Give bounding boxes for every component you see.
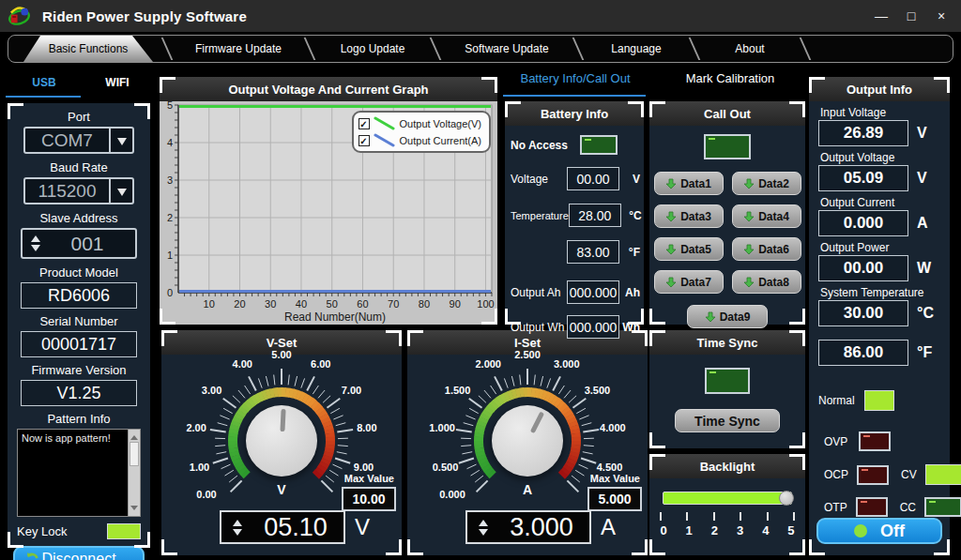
- data1-button[interactable]: Data1: [654, 172, 724, 195]
- step-up-icon[interactable]: [31, 231, 40, 242]
- time-sync-title: Time Sync: [649, 330, 805, 355]
- svg-text:50: 50: [327, 298, 338, 310]
- time-sync-led: [705, 368, 750, 394]
- svg-text:10: 10: [204, 298, 215, 310]
- scrollbar[interactable]: [128, 430, 140, 516]
- svg-text:Read Number(Num): Read Number(Num): [284, 310, 386, 324]
- knob-scale-label: 3.500: [585, 385, 611, 396]
- tab-mark-calibration[interactable]: Mark Calibration: [655, 71, 805, 85]
- input-voltage-value: 26.89: [818, 120, 908, 146]
- battery-wh-unit: Wh: [619, 321, 640, 334]
- knob-unit-label: V: [277, 482, 285, 497]
- knob-scale-label: 3.00: [202, 385, 221, 396]
- pattern-info-label: Pattern Info: [47, 412, 110, 426]
- backlight-slider[interactable]: [663, 492, 792, 505]
- data9-label: Data9: [720, 310, 751, 324]
- ocp-label: OCP: [824, 468, 848, 481]
- output-power-button[interactable]: Off: [816, 518, 942, 544]
- slider-tick-label: 0: [657, 523, 670, 537]
- step-down-icon[interactable]: [479, 529, 488, 540]
- data4-button[interactable]: Data4: [732, 204, 801, 228]
- minimize-button[interactable]: —: [873, 8, 890, 23]
- vset-value-stepper[interactable]: 05.10: [220, 510, 345, 544]
- chevron-down-icon[interactable]: [109, 179, 132, 203]
- port-value: COM7: [25, 129, 109, 152]
- voltage-series-checkbox[interactable]: [358, 118, 370, 129]
- down-arrow-icon: [743, 178, 755, 189]
- battery-wh-value: 000.000: [567, 315, 619, 339]
- battery-voltage-unit: V: [619, 173, 640, 186]
- step-down-icon[interactable]: [233, 529, 242, 540]
- knob-scale-label: 7.00: [342, 385, 361, 396]
- down-arrow-icon: [743, 277, 755, 288]
- tab-battery-callout[interactable]: Battery Info/Call Out: [505, 71, 646, 85]
- svg-text:0: 0: [167, 287, 173, 298]
- disconnect-button[interactable]: Disconnect: [13, 546, 145, 560]
- tab-usb[interactable]: USB: [8, 69, 81, 96]
- menu-tab-logo-update[interactable]: Logo Update: [320, 36, 425, 62]
- connection-panel: Port COM7 Baud Rate 115200 Slave Address…: [8, 103, 150, 548]
- data6-label: Data6: [758, 243, 789, 256]
- voltage-series-label: Output Voltage(V): [400, 118, 481, 129]
- iset-value-stepper[interactable]: 3.000: [465, 510, 591, 544]
- usb-tab-underline: [6, 96, 81, 98]
- menu-tab-firmware-update[interactable]: Firmware Update: [177, 36, 299, 62]
- baud-dropdown[interactable]: 115200: [23, 177, 134, 204]
- window-title: Riden Power Supply Software: [42, 8, 247, 24]
- knob-dial[interactable]: [492, 405, 563, 477]
- data5-button[interactable]: Data5: [654, 237, 724, 261]
- normal-label: Normal: [818, 394, 855, 407]
- scroll-down-icon[interactable]: [130, 506, 138, 514]
- data6-button[interactable]: Data6: [732, 237, 801, 261]
- menu-tab-software-update[interactable]: Software Update: [446, 36, 568, 62]
- step-up-icon[interactable]: [479, 515, 488, 526]
- slider-tick-label: 4: [759, 523, 772, 537]
- vset-max-value[interactable]: 10.00: [342, 487, 396, 511]
- call-out-panel: Call Out Data1Data2Data3Data4Data5Data6D…: [649, 101, 805, 325]
- chevron-down-icon[interactable]: [109, 129, 132, 152]
- slider-handle[interactable]: [779, 491, 794, 506]
- tab-wifi[interactable]: WIFI: [81, 69, 154, 96]
- slave-address-stepper[interactable]: 001: [21, 228, 137, 259]
- system-temp-c-value: 30.00: [818, 300, 908, 326]
- data7-button[interactable]: Data7: [654, 270, 724, 294]
- output-power-unit: W: [917, 260, 931, 277]
- menu-tab-basic-functions[interactable]: Basic Functions: [20, 36, 157, 62]
- cc-indicator: [924, 497, 961, 517]
- data3-label: Data3: [680, 210, 711, 223]
- iset-unit: A: [601, 514, 616, 540]
- knob-scale-label: 5.00: [271, 349, 291, 360]
- step-up-icon[interactable]: [233, 515, 242, 526]
- slider-tick: [793, 512, 795, 521]
- slider-tick: [767, 512, 769, 521]
- iset-panel: I-Set 0.0000.5001.0001.5002.0002.5003.00…: [407, 330, 648, 555]
- port-dropdown[interactable]: COM7: [23, 127, 134, 154]
- data8-button[interactable]: Data8: [732, 270, 801, 294]
- graph-title: Output Voltage And Current Graph: [160, 77, 497, 101]
- battery-temp-c-value: 28.00: [569, 204, 621, 227]
- svg-text:60: 60: [357, 298, 368, 310]
- menu-separator: [800, 38, 812, 60]
- menu-tab-language[interactable]: Language: [588, 36, 684, 62]
- data9-button[interactable]: Data9: [687, 305, 768, 328]
- pattern-info-box[interactable]: Now is app pattern!: [17, 429, 141, 517]
- step-down-icon[interactable]: [31, 245, 40, 256]
- slave-address-label: Slave Address: [39, 211, 117, 225]
- iset-max-value[interactable]: 5.000: [587, 487, 642, 511]
- close-button[interactable]: ×: [933, 8, 950, 23]
- knob-scale-label: 0.000: [439, 489, 465, 500]
- down-arrow-icon: [743, 244, 755, 255]
- scroll-up-icon[interactable]: [130, 431, 138, 440]
- output-info-panel: Output Info Input Voltage 26.89V Output …: [809, 77, 950, 555]
- vset-value: 05.10: [253, 513, 343, 542]
- data2-button[interactable]: Data2: [732, 172, 801, 195]
- data3-button[interactable]: Data3: [654, 204, 724, 228]
- product-model-value: RD6006: [21, 282, 137, 309]
- knob-scale-label: 0.00: [196, 489, 216, 500]
- maximize-button[interactable]: □: [903, 8, 920, 23]
- time-sync-button[interactable]: Time Sync: [675, 409, 780, 432]
- current-series-checkbox[interactable]: [358, 135, 370, 146]
- iset-value: 3.000: [499, 513, 589, 542]
- menu-tab-about[interactable]: About: [705, 36, 795, 62]
- scroll-thumb[interactable]: [130, 442, 139, 466]
